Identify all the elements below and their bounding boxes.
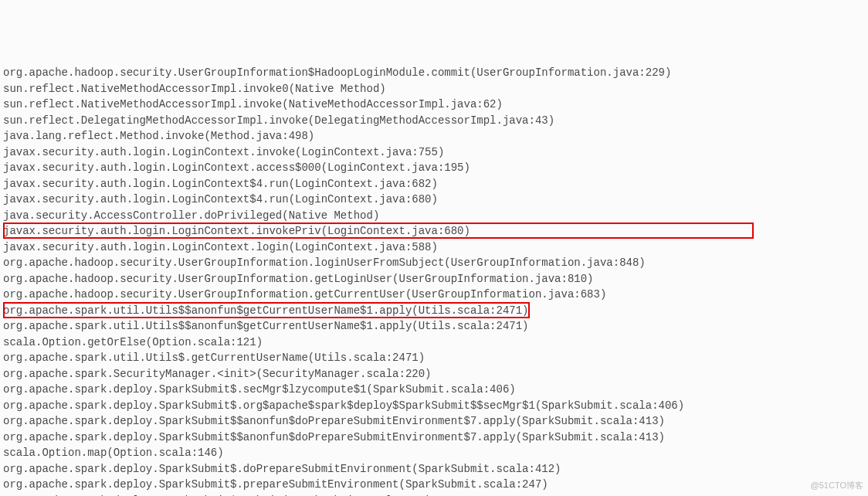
stack-line: org.apache.spark.deploy.SparkSubmit$.org… <box>3 398 865 414</box>
stack-line: java.security.AccessController.doPrivile… <box>3 208 865 224</box>
stack-line: org.apache.spark.util.Utils$$anonfun$get… <box>3 303 865 319</box>
stack-line: org.apache.spark.util.Utils$.getCurrentU… <box>3 350 865 366</box>
stack-line: org.apache.spark.deploy.SparkSubmit$.sec… <box>3 382 865 398</box>
stack-line: scala.Option.map(Option.scala:146) <box>3 445 865 461</box>
stack-line: org.apache.hadoop.security.UserGroupInfo… <box>3 271 865 287</box>
stack-line: sun.reflect.NativeMethodAccessorImpl.inv… <box>3 97 865 113</box>
stack-line: org.apache.spark.SecurityManager.<init>(… <box>3 366 865 382</box>
stack-line: javax.security.auth.login.LoginContext.i… <box>3 223 865 240</box>
stack-line: org.apache.spark.deploy.SparkSubmit$.sub… <box>3 493 865 497</box>
stack-line: javax.security.auth.login.LoginContext$4… <box>3 192 865 208</box>
stack-line: org.apache.spark.deploy.SparkSubmit$.pre… <box>3 477 865 493</box>
stack-line: javax.security.auth.login.LoginContext.a… <box>3 160 865 176</box>
stack-line: sun.reflect.DelegatingMethodAccessorImpl… <box>3 113 865 129</box>
stack-line: org.apache.spark.util.Utils$$anonfun$get… <box>3 318 865 335</box>
stack-line: java.lang.reflect.Method.invoke(Method.j… <box>3 128 865 144</box>
stack-line: javax.security.auth.login.LoginContext.i… <box>3 144 865 161</box>
stack-line: org.apache.spark.deploy.SparkSubmit$$ano… <box>3 430 865 446</box>
stack-line: sun.reflect.NativeMethodAccessorImpl.inv… <box>3 81 865 97</box>
stack-line: org.apache.spark.deploy.SparkSubmit$.doP… <box>3 461 865 477</box>
footer-watermark: @51CTO博客 <box>811 477 863 494</box>
stack-line: scala.Option.getOrElse(Option.scala:121) <box>3 335 865 351</box>
stack-line: org.apache.hadoop.security.UserGroupInfo… <box>3 65 865 81</box>
stack-line: org.apache.spark.deploy.SparkSubmit$$ano… <box>3 413 865 430</box>
stack-line: javax.security.auth.login.LoginContext$4… <box>3 176 865 192</box>
stack-line: org.apache.hadoop.security.UserGroupInfo… <box>3 255 865 271</box>
stacktrace-block: org.apache.hadoop.security.UserGroupInfo… <box>0 63 868 496</box>
stack-line: org.apache.hadoop.security.UserGroupInfo… <box>3 287 865 303</box>
stack-line: javax.security.auth.login.LoginContext.l… <box>3 240 865 256</box>
